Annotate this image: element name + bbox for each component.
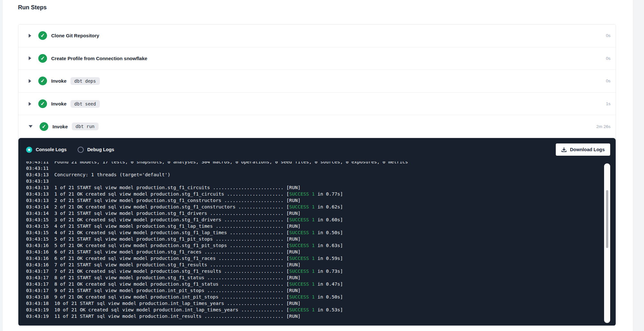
- success-check-icon: ✓: [38, 99, 47, 108]
- log-line: 03:43:13 1 of 21 START sql view model pr…: [26, 184, 603, 191]
- download-logs-label: Download Logs: [570, 147, 605, 152]
- log-line: 03:43:15 5 of 21 START sql view model pr…: [26, 236, 603, 242]
- success-status: SUCCESS 1: [289, 307, 315, 312]
- chevron-right-icon[interactable]: [29, 56, 31, 60]
- log-line: 03:43:13 1 of 21 OK created sql view mod…: [26, 191, 603, 197]
- step-duration: 1s: [606, 101, 611, 106]
- step-duration: 0s: [606, 78, 611, 83]
- radio-unselected-icon[interactable]: [78, 147, 84, 153]
- log-panel-header: Console LogsDebug Logs Download Logs: [18, 138, 616, 161]
- log-line: 03:43:13 Concurrency: 1 threads (target=…: [26, 171, 603, 178]
- download-logs-button[interactable]: Download Logs: [556, 143, 610, 156]
- success-status: SUCCESS 1: [289, 294, 315, 299]
- log-line: 03:43:16 7 of 21 START sql view model pr…: [26, 262, 603, 268]
- log-scrollbar[interactable]: [604, 163, 610, 323]
- log-line: 03:43:13: [26, 178, 603, 184]
- radio-label: Console Logs: [36, 147, 67, 152]
- success-check-icon: ✓: [38, 77, 47, 85]
- radio-debug-logs[interactable]: Debug Logs: [78, 147, 114, 153]
- log-line: 03:43:15 4 of 21 START sql view model pr…: [26, 223, 603, 229]
- command-badge: dbt deps: [71, 77, 100, 85]
- step-duration: 0s: [606, 33, 611, 38]
- step-row[interactable]: ✓Invokedbt seed1s: [18, 93, 616, 115]
- log-scrollbar-thumb[interactable]: [606, 190, 608, 248]
- log-line: 03:43:18 9 of 21 OK created sql view mod…: [26, 294, 603, 300]
- log-line: 03:43:17 9 of 21 START sql view model pr…: [26, 287, 603, 294]
- chevron-down-icon[interactable]: [29, 125, 33, 128]
- log-line: 03:43:15 3 of 21 OK created sql view mod…: [26, 216, 603, 223]
- log-line: 03:43:16 6 of 21 START sql view model pr…: [26, 249, 603, 255]
- log-line: 03:43:14 3 of 21 START sql view model pr…: [26, 210, 603, 216]
- success-status: SUCCESS 1: [289, 204, 315, 209]
- download-icon: [561, 147, 567, 152]
- step-label: Invoke: [51, 78, 67, 84]
- console-log-output[interactable]: 03:43:11 Found 21 models, 17 tests, 0 sn…: [18, 161, 603, 325]
- success-status: SUCCESS 1: [289, 230, 315, 235]
- log-panel: Console LogsDebug Logs Download Logs 03:…: [18, 138, 616, 326]
- success-status: SUCCESS 1: [289, 191, 315, 197]
- success-check-icon: ✓: [40, 122, 48, 131]
- log-line: 03:43:15 4 of 21 OK created sql view mod…: [26, 229, 603, 236]
- step-duration: 0s: [606, 56, 611, 61]
- step-label: Clone Git Repository: [51, 33, 99, 38]
- run-steps-card: ✓Clone Git Repository0s✓Create Profile f…: [18, 24, 616, 326]
- log-line: 03:43:19 10 of 21 OK created sql view mo…: [26, 307, 603, 313]
- log-line: 03:43:17 8 of 21 OK created sql view mod…: [26, 281, 603, 287]
- log-line: 03:43:14 2 of 21 OK created sql view mod…: [26, 204, 603, 210]
- success-status: SUCCESS 1: [289, 268, 315, 274]
- log-type-radios: Console LogsDebug Logs: [26, 147, 125, 153]
- step-row[interactable]: ✓Invokedbt deps0s: [18, 70, 616, 93]
- step-label: Invoke: [52, 124, 68, 129]
- run-steps-list: ✓Clone Git Repository0s✓Create Profile f…: [18, 24, 616, 138]
- step-row[interactable]: ✓Create Profile from Connection snowflak…: [18, 47, 616, 70]
- log-line: 03:43:17 8 of 21 START sql view model pr…: [26, 274, 603, 281]
- radio-label: Debug Logs: [87, 147, 114, 152]
- log-line: 03:43:13 2 of 21 START sql view model pr…: [26, 197, 603, 204]
- step-row[interactable]: ✓Clone Git Repository0s: [18, 24, 616, 47]
- log-line: 03:43:11: [26, 165, 603, 171]
- step-duration: 2m 26s: [596, 124, 611, 129]
- success-status: SUCCESS 1: [289, 255, 315, 261]
- success-status: SUCCESS 1: [289, 243, 315, 248]
- command-badge: dbt seed: [71, 100, 100, 108]
- success-status: SUCCESS 1: [289, 217, 315, 222]
- step-row[interactable]: ✓Invokedbt run2m 26s: [18, 115, 616, 138]
- console-log-lines: 03:43:11 Found 21 models, 17 tests, 0 sn…: [26, 161, 603, 319]
- chevron-right-icon[interactable]: [29, 102, 31, 106]
- success-status: SUCCESS 1: [289, 281, 315, 287]
- page-left-gutter: [0, 0, 3, 331]
- radio-selected-icon[interactable]: [26, 147, 32, 153]
- chevron-right-icon[interactable]: [29, 34, 31, 38]
- page-right-gutter: [633, 0, 644, 331]
- success-check-icon: ✓: [38, 54, 47, 63]
- step-label: Create Profile from Connection snowflake: [51, 56, 147, 61]
- log-line: 03:43:16 5 of 21 OK created sql view mod…: [26, 242, 603, 249]
- success-check-icon: ✓: [38, 31, 47, 40]
- log-line: 03:43:18 10 of 21 START sql view model p…: [26, 300, 603, 307]
- log-line: 03:43:19 11 of 21 START sql view model p…: [26, 313, 603, 319]
- log-line: 03:43:11 Found 21 models, 17 tests, 0 sn…: [26, 161, 603, 165]
- radio-console-logs[interactable]: Console Logs: [26, 147, 67, 153]
- run-steps-page: Run Steps ✓Clone Git Repository0s✓Create…: [0, 0, 644, 331]
- step-label: Invoke: [51, 101, 67, 106]
- log-line: 03:43:16 6 of 21 OK created sql view mod…: [26, 255, 603, 262]
- page-title: Run Steps: [18, 4, 47, 11]
- chevron-right-icon[interactable]: [29, 79, 31, 83]
- command-badge: dbt run: [72, 123, 99, 130]
- log-line: 03:43:17 7 of 21 OK created sql view mod…: [26, 268, 603, 274]
